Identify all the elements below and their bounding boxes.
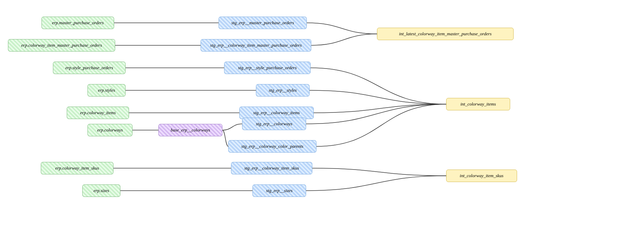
- base_erp_colorways[interactable]: base_erp__colorways: [158, 124, 222, 136]
- stg_erp_sizes[interactable]: stg_erp__sizes: [252, 184, 306, 197]
- int_colorway_items[interactable]: int_colorway_items: [446, 98, 510, 110]
- int_colorway_item_skus[interactable]: int_colorway_item_skus: [446, 170, 517, 182]
- stg_erp_colorways[interactable]: stg_erp__colorways: [242, 118, 306, 130]
- stg_erp_colorway_item_master_purchase_orders[interactable]: stg_erp__colorway_item_master_purchase_o…: [201, 39, 311, 52]
- stg_erp_colorway_item_skus[interactable]: stg_erp__colorway_item_skus: [231, 162, 312, 174]
- erp_styles[interactable]: erp.styles: [88, 84, 126, 97]
- erp_colorway_item_skus[interactable]: erp.colorway_item_skus: [41, 162, 113, 174]
- diagram: erp.master_purchase_orderserp.colorway_i…: [0, 0, 644, 236]
- stg_erp_colorway_color_parents[interactable]: stg_erp__colorway_color_parents: [228, 140, 316, 153]
- erp_master_purchase_orders[interactable]: erp.master_purchase_orders: [42, 17, 114, 29]
- stg_erp_colorway_items[interactable]: stg_erp__colorway_items: [239, 107, 314, 119]
- stg_erp_master_purchase_orders[interactable]: stg_erp__master_purchase_orders: [219, 17, 307, 29]
- stg_erp_styles[interactable]: stg_erp__styles: [256, 84, 310, 97]
- erp_colorways[interactable]: erp.colorways: [88, 124, 132, 136]
- int_latest_colorway_item_master_purchase_orders[interactable]: int_latest_colorway_item_master_purchase…: [377, 28, 514, 40]
- erp_colorway_items[interactable]: erp.colorway_items: [67, 107, 129, 119]
- erp_colorway_item_master_purchase_orders[interactable]: erp.colorway_item_master_purchase_orders: [8, 39, 115, 52]
- erp_style_purchase_orders[interactable]: erp.style_purchase_orders: [53, 62, 126, 74]
- stg_erp_style_purchase_orders[interactable]: stg_erp__style_purchase_orders: [224, 62, 311, 74]
- erp_sizes[interactable]: erp.sizes: [82, 184, 120, 197]
